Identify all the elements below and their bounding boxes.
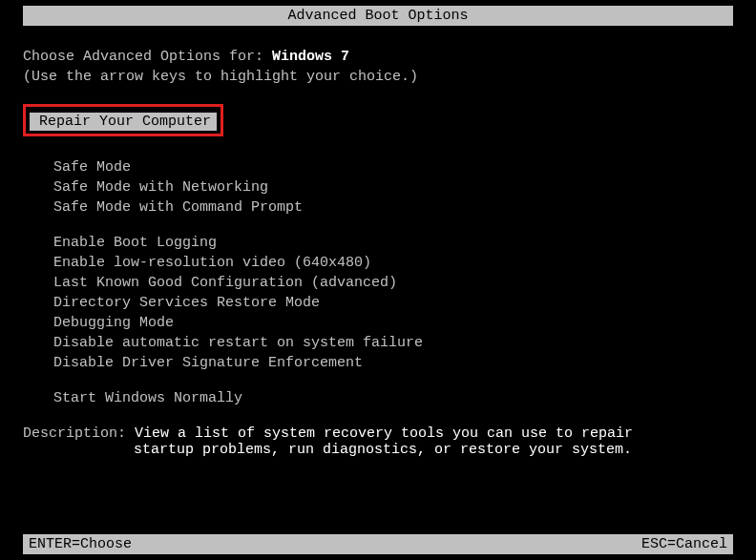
- footer-esc-hint: ESC=Cancel: [641, 536, 727, 552]
- prompt-line: Choose Advanced Options for: Windows 7: [23, 49, 733, 65]
- footer-enter-hint: ENTER=Choose: [29, 536, 132, 552]
- hint-line: (Use the arrow keys to highlight your ch…: [23, 69, 733, 85]
- menu-item-safe-mode[interactable]: Safe Mode: [53, 159, 733, 176]
- menu-item-low-res-video[interactable]: Enable low-resolution video (640x480): [53, 255, 733, 271]
- os-name: Windows 7: [272, 49, 349, 65]
- footer-bar: ENTER=Choose ESC=Cancel: [23, 534, 733, 554]
- page-title: Advanced Boot Options: [287, 8, 468, 24]
- menu-item-last-known-good[interactable]: Last Known Good Configuration (advanced): [53, 275, 733, 291]
- menu-item-repair-your-computer[interactable]: Repair Your Computer: [30, 113, 217, 131]
- menu-item-debugging-mode[interactable]: Debugging Mode: [53, 315, 733, 331]
- menu-item-start-normally[interactable]: Start Windows Normally: [53, 390, 733, 406]
- description-text-line1: View a list of system recovery tools you…: [135, 425, 633, 442]
- title-bar: Advanced Boot Options: [23, 6, 733, 26]
- menu-item-disable-driver-sig[interactable]: Disable Driver Signature Enforcement: [53, 355, 733, 371]
- content-area: Choose Advanced Options for: Windows 7 (…: [0, 26, 756, 458]
- menu-item-safe-mode-networking[interactable]: Safe Mode with Networking: [53, 179, 733, 196]
- description-text-line2: startup problems, run diagnostics, or re…: [134, 442, 733, 458]
- prompt-prefix: Choose Advanced Options for:: [23, 49, 272, 65]
- menu-group-advanced: Enable Boot Logging Enable low-resolutio…: [53, 235, 733, 371]
- menu-item-disable-auto-restart[interactable]: Disable automatic restart on system fail…: [53, 335, 733, 351]
- menu-group-safe-mode: Safe Mode Safe Mode with Networking Safe…: [53, 159, 733, 216]
- highlight-box: Repair Your Computer: [23, 104, 223, 136]
- description-block: Description: View a list of system recov…: [23, 425, 733, 458]
- menu-item-directory-services[interactable]: Directory Services Restore Mode: [53, 295, 733, 311]
- description-label: Description:: [23, 425, 135, 442]
- menu-group-normal: Start Windows Normally: [53, 390, 733, 406]
- menu-item-boot-logging[interactable]: Enable Boot Logging: [53, 235, 733, 251]
- menu-item-safe-mode-command-prompt[interactable]: Safe Mode with Command Prompt: [53, 199, 733, 216]
